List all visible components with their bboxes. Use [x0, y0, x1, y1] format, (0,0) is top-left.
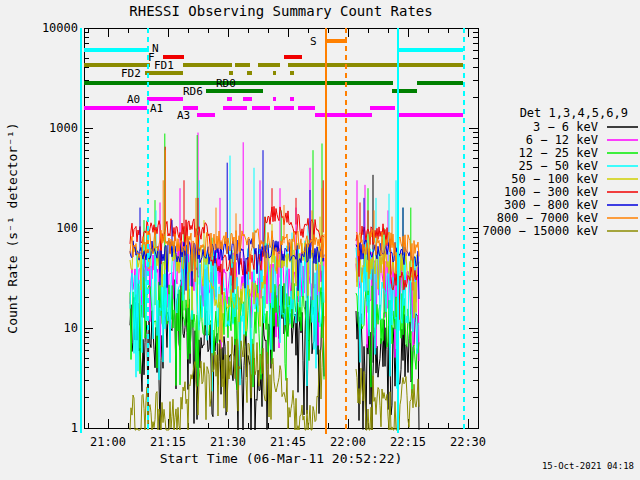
- flag-label-FD1: FD1: [154, 59, 174, 72]
- x-tick-label: 21:45: [270, 435, 306, 449]
- legend-entry-label: 100 − 300 keV: [504, 185, 598, 199]
- y-tick-label: 10000: [42, 21, 78, 35]
- legend-entry-label: 7000 − 15000 keV: [482, 224, 598, 238]
- x-tick-label: 22:30: [450, 435, 486, 449]
- x-tick-label: 21:15: [150, 435, 186, 449]
- legend-entry-label: 800 − 7000 keV: [497, 211, 598, 225]
- x-tick-label: 22:15: [390, 435, 426, 449]
- plot-svg: SNFFD1FD2RD0RD6A0A1A3 21:0021:1521:3021:…: [0, 0, 640, 480]
- plot-timestamp: 15-Oct-2021 04:18: [542, 461, 634, 471]
- legend-entry-label: 300 − 800 keV: [504, 198, 598, 212]
- legend-title: Det 1,3,4,5,6,9: [520, 106, 628, 120]
- legend-entry-label: 25 − 50 keV: [519, 159, 598, 173]
- x-axis-title: Start Time (06-Mar-11 20:52:22): [160, 451, 403, 466]
- legend-entry-label: 3 − 6 keV: [533, 120, 598, 134]
- y-axis-title: Count Rate (s⁻¹ detector⁻¹): [5, 122, 20, 333]
- y-tick-label: 1: [71, 421, 78, 435]
- x-tick-label: 21:30: [210, 435, 246, 449]
- data-series-group: [130, 133, 419, 430]
- y-tick-label: 100: [56, 221, 78, 235]
- flag-label-RD6: RD6: [183, 85, 203, 98]
- flag-label-A3: A3: [177, 109, 190, 122]
- legend-entry-label: 6 − 12 keV: [526, 133, 598, 147]
- flag-label-A1: A1: [150, 102, 163, 115]
- y-tick-label: 1000: [49, 121, 78, 135]
- chart-title: RHESSI Observing Summary Count Rates: [129, 3, 432, 19]
- flag-label-A0: A0: [127, 93, 140, 106]
- rhessi-observing-summary-chart: SNFFD1FD2RD0RD6A0A1A3 21:0021:1521:3021:…: [0, 0, 640, 480]
- flag-label-RD0: RD0: [216, 77, 236, 90]
- x-tick-label: 21:00: [90, 435, 126, 449]
- legend-entry-label: 50 − 100 keV: [511, 172, 598, 186]
- x-tick-label: 22:00: [330, 435, 366, 449]
- legend-group: 3 − 6 keV6 − 12 keV12 − 25 keV25 − 50 ke…: [482, 120, 638, 238]
- legend-entry-label: 12 − 25 keV: [519, 146, 598, 160]
- flag-label-FD2: FD2: [121, 67, 141, 80]
- flag-label-S: S: [310, 35, 317, 48]
- flag-bars-group: SNFFD1FD2RD0RD6A0A1A3: [84, 35, 463, 122]
- y-tick-label: 10: [64, 321, 78, 335]
